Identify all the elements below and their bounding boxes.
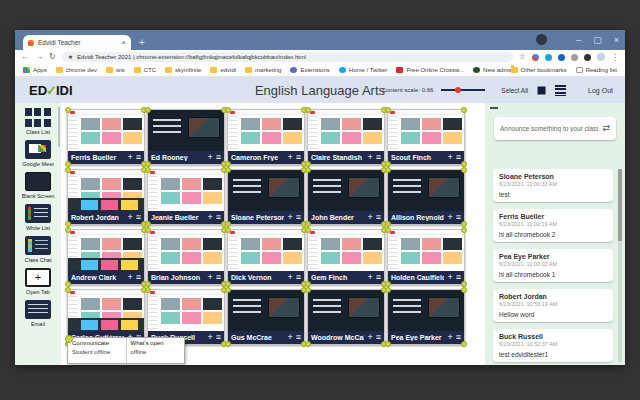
tab-close-icon[interactable]: × xyxy=(121,39,126,47)
student-screen-thumbnail[interactable] xyxy=(228,230,304,272)
student-menu-icon[interactable]: ≡ xyxy=(136,273,141,282)
sidebar-item-white-list[interactable]: White List xyxy=(25,204,51,231)
student-card[interactable]: Pea Eye Parker + ≡ xyxy=(387,289,465,345)
student-card[interactable]: Robert Jordan + ≡ xyxy=(67,169,145,225)
announce-input[interactable]: Announce something to your class ⇄ xyxy=(494,117,616,140)
student-screen-thumbnail[interactable] xyxy=(308,110,384,152)
student-card[interactable]: Andrew Clark + ≡ xyxy=(67,229,145,285)
student-screen-thumbnail[interactable] xyxy=(148,110,224,152)
browser-profile-avatar[interactable] xyxy=(536,34,547,45)
student-menu-icon[interactable]: ≡ xyxy=(456,333,461,342)
selection-handle[interactable] xyxy=(145,167,151,173)
student-screen-thumbnail[interactable] xyxy=(388,110,464,152)
bookmark-item[interactable]: Extensions xyxy=(290,67,329,73)
student-card[interactable]: Claire Standish + ≡ xyxy=(307,109,385,165)
bookmark-item[interactable]: Free Online Crossw... xyxy=(396,67,464,73)
bookmark-item[interactable]: Reading list xyxy=(576,67,617,73)
new-tab-button[interactable]: + xyxy=(139,38,145,48)
student-screen-thumbnail[interactable] xyxy=(228,290,304,332)
student-menu-icon[interactable]: ≡ xyxy=(456,213,461,222)
student-card[interactable]: Holden Caulfield + ≡ xyxy=(387,229,465,285)
student-menu-icon[interactable]: ≡ xyxy=(216,153,221,162)
log-out-button[interactable]: Log Out xyxy=(588,87,613,94)
student-screen-thumbnail[interactable] xyxy=(148,290,224,332)
student-card[interactable]: Gem Finch + ≡ xyxy=(307,229,385,285)
student-menu-icon[interactable]: ≡ xyxy=(296,273,301,282)
open-tab-for-student-icon[interactable]: + xyxy=(287,213,292,222)
extension-icon[interactable] xyxy=(532,54,539,61)
sidebar-item-google-meet[interactable]: Google Meet xyxy=(22,140,54,167)
selection-handle[interactable] xyxy=(145,227,151,233)
selection-handle[interactable] xyxy=(385,107,391,113)
browser-menu-icon[interactable]: ⋮ xyxy=(611,53,619,62)
student-screen-thumbnail[interactable] xyxy=(308,230,384,272)
bookmark-item[interactable]: Apps xyxy=(23,67,47,73)
selection-handle[interactable] xyxy=(385,287,391,293)
selection-handle[interactable] xyxy=(225,107,231,113)
student-screen-thumbnail[interactable] xyxy=(148,170,224,212)
reload-icon[interactable]: ↻ xyxy=(49,53,56,61)
select-all-grid-icon[interactable] xyxy=(536,85,547,96)
selection-handle[interactable] xyxy=(305,227,311,233)
bookmark-item[interactable]: wis xyxy=(106,67,125,73)
sidebar-item-email[interactable]: Email xyxy=(25,300,51,327)
open-tab-for-student-icon[interactable]: + xyxy=(207,213,212,222)
student-screen-thumbnail[interactable] xyxy=(68,110,144,152)
selection-handle[interactable] xyxy=(385,227,391,233)
student-screen-thumbnail[interactable] xyxy=(388,230,464,272)
open-tab-for-student-icon[interactable]: + xyxy=(367,273,372,282)
selection-handle[interactable] xyxy=(225,227,231,233)
student-menu-icon[interactable]: ≡ xyxy=(136,213,141,222)
student-card[interactable]: Cameron Frye + ≡ xyxy=(227,109,305,165)
open-tab-for-student-icon[interactable]: + xyxy=(207,333,212,342)
student-menu-icon[interactable]: ≡ xyxy=(376,333,381,342)
open-tab-for-student-icon[interactable]: + xyxy=(447,153,452,162)
student-menu-icon[interactable]: ≡ xyxy=(376,153,381,162)
forward-icon[interactable]: → xyxy=(35,53,43,61)
bookmark-item[interactable]: Other bookmarks xyxy=(511,67,567,73)
open-tab-for-student-icon[interactable]: + xyxy=(447,333,452,342)
bookmark-item[interactable]: skyinfinite xyxy=(165,67,201,73)
open-tab-for-student-icon[interactable]: + xyxy=(447,273,452,282)
student-menu-icon[interactable]: ≡ xyxy=(456,153,461,162)
bookmark-item[interactable]: edvidi xyxy=(210,67,236,73)
selection-handle[interactable] xyxy=(225,167,231,173)
open-tab-for-student-icon[interactable]: + xyxy=(127,273,132,282)
student-screen-thumbnail[interactable] xyxy=(388,290,464,332)
student-card[interactable]: Brian Johnson + ≡ xyxy=(147,229,225,285)
student-menu-icon[interactable]: ≡ xyxy=(376,213,381,222)
open-tab-for-student-icon[interactable]: + xyxy=(367,213,372,222)
sidebar-item-class-list[interactable]: Class List xyxy=(25,108,51,135)
open-tab-for-student-icon[interactable]: + xyxy=(127,213,132,222)
open-tab-for-student-icon[interactable]: + xyxy=(127,153,132,162)
selection-handle[interactable] xyxy=(305,341,311,347)
extension-icon[interactable] xyxy=(584,54,591,61)
selection-handle[interactable] xyxy=(225,341,231,347)
slider-knob[interactable] xyxy=(455,87,461,93)
student-card[interactable]: Sloane Peterson + ≡ xyxy=(227,169,305,225)
student-menu-icon[interactable]: ≡ xyxy=(136,153,141,162)
student-screen-thumbnail[interactable] xyxy=(68,290,144,332)
student-card[interactable]: Woodrow McCall + ≡ xyxy=(307,289,385,345)
student-screen-thumbnail[interactable] xyxy=(148,230,224,272)
minimize-button[interactable]: – xyxy=(576,35,581,45)
student-menu-icon[interactable]: ≡ xyxy=(296,213,301,222)
close-button[interactable]: × xyxy=(614,35,619,45)
selection-handle[interactable] xyxy=(305,287,311,293)
student-screen-thumbnail[interactable] xyxy=(308,290,384,332)
content-scale-slider[interactable] xyxy=(441,89,485,91)
sidebar-item-open-tab[interactable]: Open Tab xyxy=(25,268,51,295)
open-tab-for-student-icon[interactable]: + xyxy=(207,153,212,162)
student-menu-icon[interactable]: ≡ xyxy=(296,153,301,162)
bookmark-item[interactable]: CTC xyxy=(134,67,156,73)
student-card[interactable]: Jeanie Bueller + ≡ xyxy=(147,169,225,225)
selection-handle[interactable] xyxy=(65,287,71,293)
student-card[interactable]: Allison Reynolds + ≡ xyxy=(387,169,465,225)
bookmark-item[interactable]: chrome dev xyxy=(56,67,97,73)
selection-handle[interactable] xyxy=(461,227,467,233)
page-star-icon[interactable]: ☆ xyxy=(519,53,526,61)
student-menu-icon[interactable]: ≡ xyxy=(216,273,221,282)
selection-handle[interactable] xyxy=(145,287,151,293)
student-card[interactable]: Scout Finch + ≡ xyxy=(387,109,465,165)
student-card[interactable]: John Bender + ≡ xyxy=(307,169,385,225)
